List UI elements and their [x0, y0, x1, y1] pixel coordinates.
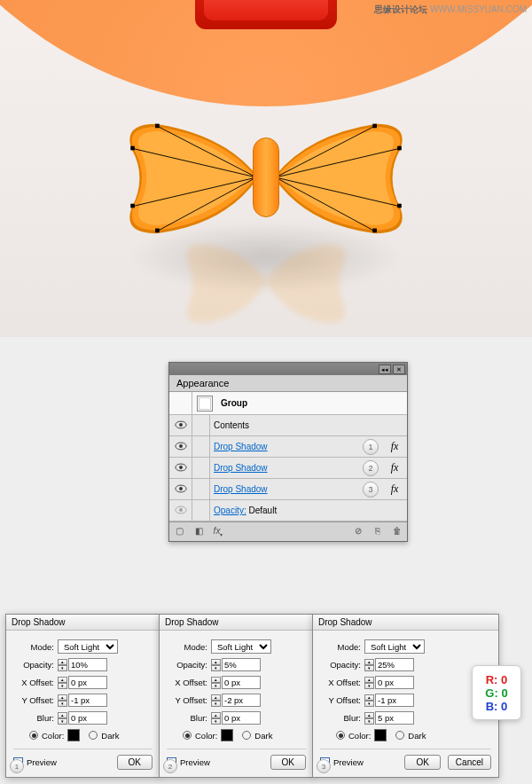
dialog-title: Drop Shadow: [313, 615, 498, 631]
stepper[interactable]: ▴▾: [58, 677, 67, 689]
xoffset-input[interactable]: [222, 676, 261, 689]
fx-icon[interactable]: fx: [382, 440, 407, 453]
contents-label: Contents: [210, 420, 407, 430]
group-row[interactable]: Group: [169, 392, 407, 415]
svg-point-18: [179, 508, 183, 512]
stroke-icon[interactable]: ◧: [192, 526, 205, 538]
contents-row[interactable]: Contents: [169, 415, 407, 436]
effect-badge: 3: [363, 482, 379, 498]
xoffset-label: X Offset:: [167, 678, 207, 687]
rgb-r: R: 0: [486, 673, 508, 686]
mode-select[interactable]: Soft Light: [364, 639, 425, 654]
svg-rect-1: [130, 204, 135, 208]
stepper[interactable]: ▴▾: [364, 659, 374, 671]
appearance-panel[interactable]: ◂◂ ✕ Appearance Group Contents Drop Shad…: [168, 362, 408, 542]
eye-icon[interactable]: [175, 463, 187, 474]
opacity-value: Default: [248, 506, 277, 515]
eye-icon[interactable]: [175, 506, 187, 516]
dark-radio[interactable]: [242, 731, 251, 740]
fx-icon[interactable]: fx: [382, 482, 407, 496]
stepper[interactable]: ▴▾: [211, 694, 221, 707]
effect-row-3[interactable]: Drop Shadow 3 fx: [169, 479, 407, 500]
opacity-label: Opacity:: [320, 660, 361, 670]
bowtie-knot: [253, 137, 279, 217]
stepper[interactable]: ▴▾: [211, 677, 221, 689]
ok-button[interactable]: OK: [117, 755, 153, 770]
stepper[interactable]: ▴▾: [211, 712, 221, 725]
stepper[interactable]: ▴▾: [58, 694, 67, 707]
color-radio[interactable]: [336, 731, 345, 740]
stepper[interactable]: ▴▾: [58, 659, 67, 671]
dialog-title: Drop Shadow: [6, 615, 160, 631]
bowtie-reflection: [124, 239, 408, 328]
opacity-label: Opacity:: [167, 660, 207, 670]
mode-select[interactable]: Soft Light: [58, 639, 118, 654]
dark-label: Dark: [254, 731, 272, 741]
stepper[interactable]: ▴▾: [364, 694, 374, 707]
ok-button[interactable]: OK: [404, 755, 440, 770]
effect-badge: 1: [363, 439, 379, 455]
preview-label: Preview: [180, 757, 210, 767]
color-radio[interactable]: [183, 731, 192, 740]
close-icon[interactable]: ✕: [393, 365, 405, 374]
effect-link[interactable]: Drop Shadow: [214, 484, 268, 494]
stepper[interactable]: ▴▾: [364, 712, 374, 725]
preview-label: Preview: [333, 757, 364, 767]
eye-icon[interactable]: [175, 420, 187, 431]
effect-link[interactable]: Drop Shadow: [214, 463, 268, 473]
fx-menu-icon[interactable]: fx▾: [212, 526, 224, 538]
drop-shadow-dialog-1[interactable]: Drop Shadow Mode:Soft Light Opacity:▴▾ X…: [5, 614, 160, 778]
blur-label: Blur:: [167, 713, 207, 723]
collapse-icon[interactable]: ◂◂: [379, 365, 391, 374]
group-swatch[interactable]: [197, 396, 213, 412]
opacity-row[interactable]: Opacity: Default: [169, 500, 407, 521]
effect-row-2[interactable]: Drop Shadow 2 fx: [169, 458, 407, 479]
opacity-link[interactable]: Opacity:: [214, 506, 246, 515]
yoffset-input[interactable]: [375, 694, 414, 707]
effect-row-1[interactable]: Drop Shadow 1 fx: [169, 436, 407, 458]
dark-label: Dark: [408, 731, 426, 741]
yoffset-input[interactable]: [222, 694, 261, 707]
yoffset-label: Y Offset:: [320, 695, 361, 705]
cancel-button[interactable]: Cancel: [448, 755, 491, 770]
svg-rect-0: [130, 146, 135, 151]
clear-icon[interactable]: ⊘: [352, 526, 364, 538]
svg-point-14: [179, 466, 183, 469]
color-swatch[interactable]: [374, 729, 387, 741]
group-label: Group: [221, 398, 247, 408]
color-radio[interactable]: [29, 731, 38, 740]
no-stroke-icon[interactable]: ▢: [173, 526, 185, 538]
panel-title: Appearance: [169, 375, 407, 392]
ok-button[interactable]: OK: [270, 755, 306, 770]
blur-input[interactable]: [375, 711, 414, 725]
watermark-url: WWW.MISSYUAN.COM: [430, 4, 527, 14]
eye-icon[interactable]: [175, 442, 187, 452]
opacity-input[interactable]: [68, 658, 107, 671]
eye-icon[interactable]: [175, 484, 187, 495]
trash-icon[interactable]: 🗑: [391, 526, 403, 538]
opacity-input[interactable]: [375, 658, 414, 671]
drop-shadow-dialog-2[interactable]: Drop Shadow Mode:Soft Light Opacity:▴▾ X…: [159, 614, 314, 778]
yoffset-label: Y Offset:: [167, 695, 207, 705]
blur-label: Blur:: [13, 713, 54, 723]
xoffset-input[interactable]: [375, 676, 414, 689]
stepper[interactable]: ▴▾: [58, 712, 67, 725]
xoffset-input[interactable]: [68, 676, 107, 689]
color-swatch[interactable]: [221, 729, 233, 741]
blur-input[interactable]: [222, 711, 261, 725]
yoffset-input[interactable]: [68, 694, 107, 707]
dark-radio[interactable]: [395, 731, 404, 740]
fx-icon[interactable]: fx: [382, 461, 407, 474]
mode-select[interactable]: Soft Light: [211, 639, 271, 654]
blur-input[interactable]: [68, 711, 107, 725]
dialogs-container: Drop Shadow Mode:Soft Light Opacity:▴▾ X…: [5, 614, 499, 778]
opacity-input[interactable]: [222, 658, 261, 671]
color-swatch[interactable]: [67, 729, 80, 741]
stepper[interactable]: ▴▾: [364, 677, 374, 689]
stepper[interactable]: ▴▾: [211, 659, 221, 671]
effect-link[interactable]: Drop Shadow: [214, 442, 268, 451]
dark-radio[interactable]: [89, 731, 98, 740]
rgb-badge: R: 0 G: 0 B: 0: [472, 665, 521, 720]
panel-header[interactable]: ◂◂ ✕: [169, 363, 407, 375]
duplicate-icon[interactable]: ⎘: [372, 526, 384, 538]
